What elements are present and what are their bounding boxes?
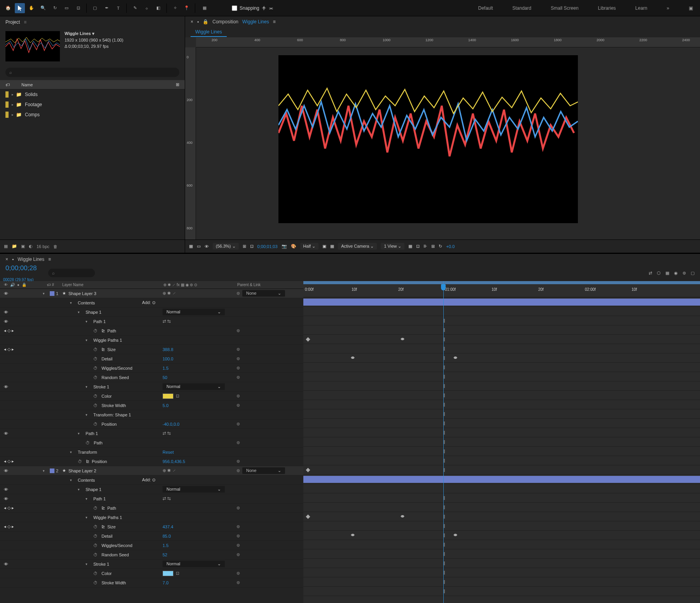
frame-blend-icon[interactable]: ▦ bbox=[665, 271, 669, 276]
prop-path[interactable]: ◂ ◇ ▸⏱⊵ Path⊚ bbox=[0, 326, 303, 336]
prop-shape[interactable]: 👁▾Shape 1Normal⌄ bbox=[0, 308, 303, 317]
adjust-icon[interactable]: ◐ bbox=[29, 244, 33, 249]
bpc-label[interactable]: 16 bpc bbox=[37, 244, 49, 249]
keyframe[interactable] bbox=[306, 468, 310, 472]
parent-dropdown[interactable]: None⌄ bbox=[242, 290, 285, 297]
graph-icon[interactable]: ⊵ bbox=[102, 347, 105, 352]
view-opt-icon[interactable]: ▦ bbox=[408, 244, 412, 249]
blend-dropdown[interactable]: Normal⌄ bbox=[163, 561, 225, 567]
view-dropdown[interactable]: 1 View ⌄ bbox=[381, 243, 404, 250]
prop-wiggle[interactable]: ▾Wiggle Paths 1 bbox=[0, 336, 303, 345]
path-ops-icon[interactable]: ⇄ ⇆ bbox=[163, 319, 171, 324]
playhead[interactable] bbox=[443, 281, 444, 603]
stopwatch-icon[interactable]: ⏱ bbox=[86, 440, 90, 445]
graph-icon[interactable]: ⊚ bbox=[682, 271, 686, 276]
layer-icon[interactable]: ▢ bbox=[691, 271, 695, 276]
roto-tool-icon[interactable]: ✧ bbox=[170, 3, 180, 13]
trash-icon[interactable]: 🗑 bbox=[53, 244, 58, 249]
prop-size[interactable]: ◂ ◇ ▸⏱⊵ Size437.4⊚ bbox=[0, 522, 303, 531]
pickwhip-icon[interactable]: ⊚ bbox=[236, 403, 240, 408]
close-icon[interactable]: × bbox=[5, 257, 8, 262]
blend-dropdown[interactable]: Normal⌄ bbox=[163, 309, 225, 315]
stopwatch-icon[interactable]: ⏱ bbox=[78, 459, 82, 464]
hand-tool-icon[interactable]: ✋ bbox=[26, 3, 37, 13]
eye-icon[interactable]: 👁 bbox=[4, 562, 8, 566]
stopwatch-icon[interactable]: ⏱ bbox=[93, 552, 98, 557]
pickwhip-icon[interactable]: ⊚ bbox=[236, 393, 240, 399]
stopwatch-icon[interactable]: ⏱ bbox=[93, 422, 98, 426]
prop-seed[interactable]: ⏱Random Seed50⊚ bbox=[0, 373, 303, 382]
stopwatch-icon[interactable]: ⏱ bbox=[93, 506, 98, 510]
pickwhip-icon[interactable]: ⊚ bbox=[236, 421, 240, 426]
close-tab-icon[interactable]: × bbox=[191, 19, 193, 24]
pickwhip-icon[interactable]: ⊚ bbox=[236, 571, 240, 576]
pickwhip-icon[interactable]: ⊚ bbox=[236, 468, 240, 473]
prop-detail[interactable]: ⏱Detail100.0⊚ bbox=[0, 354, 303, 364]
stopwatch-icon[interactable]: ⏱ bbox=[93, 403, 98, 408]
track-area[interactable]: 0:00f 10f 20f 01:00f 10f 20f 02:00f 10f bbox=[303, 281, 700, 603]
project-search[interactable]: ⌕ bbox=[5, 68, 179, 77]
viewer[interactable]: 2004006008001000120014001600180020002200… bbox=[185, 37, 700, 239]
stopwatch-icon[interactable]: ⏱ bbox=[93, 524, 98, 529]
prop-wps[interactable]: ⏱Wiggles/Second1.5⊚ bbox=[0, 541, 303, 550]
keyframe[interactable] bbox=[401, 515, 404, 517]
pickwhip-icon[interactable]: ⊚ bbox=[236, 440, 240, 445]
snap-opts-icon[interactable]: ⫘ bbox=[269, 5, 273, 11]
graph-icon[interactable]: ⊵ bbox=[102, 505, 105, 510]
stopwatch-icon[interactable]: ⏱ bbox=[93, 580, 98, 585]
pickwhip-icon[interactable]: ⊚ bbox=[236, 505, 240, 510]
comp-header-name[interactable]: Wiggle Lines bbox=[242, 19, 269, 24]
keyframe[interactable] bbox=[351, 534, 355, 536]
pickwhip-icon[interactable]: ⊚ bbox=[236, 365, 240, 371]
canvas[interactable] bbox=[278, 55, 578, 223]
pickwhip-icon[interactable]: ⊚ bbox=[236, 543, 240, 548]
track-bar[interactable] bbox=[303, 297, 700, 307]
pickwhip-icon[interactable]: ⊚ bbox=[236, 524, 240, 529]
prop-color[interactable]: ⏱Color ⊡⊚ bbox=[0, 392, 303, 401]
panel-menu-icon[interactable]: ≡ bbox=[24, 19, 26, 25]
text-tool-icon[interactable]: T bbox=[113, 3, 123, 13]
workspace-default[interactable]: Default bbox=[474, 4, 497, 12]
prop-detail[interactable]: ⏱Detail85.0⊚ bbox=[0, 531, 303, 541]
stopwatch-icon[interactable]: ⏱ bbox=[93, 543, 98, 548]
workspace-overflow-icon[interactable]: » bbox=[663, 4, 673, 12]
layer-row[interactable]: 👁 ▾1 ★Shape Layer 3 ⊕ ✱ ⟋ ⊚None⌄ bbox=[0, 289, 303, 298]
roi-icon[interactable]: ▣ bbox=[322, 244, 326, 249]
orbit-tool-icon[interactable]: ↻ bbox=[50, 3, 60, 13]
prop-wiggle[interactable]: ▾Wiggle Paths 1 bbox=[0, 513, 303, 522]
comp-mini-icon[interactable]: ⇄ bbox=[649, 271, 652, 276]
graph-icon[interactable]: ⊵ bbox=[102, 524, 105, 529]
eye-icon[interactable]: 👁 bbox=[4, 385, 8, 389]
stopwatch-icon[interactable]: ⏱ bbox=[93, 534, 98, 538]
timeline-search[interactable]: ⌕ bbox=[48, 269, 95, 277]
color-swatch[interactable] bbox=[163, 393, 173, 399]
eraser-tool-icon[interactable]: ◧ bbox=[153, 3, 163, 13]
fill-swatch-icon[interactable]: ▦ bbox=[198, 3, 211, 13]
stopwatch-icon[interactable]: ⏱ bbox=[93, 366, 98, 371]
new-folder-icon[interactable]: 📁 bbox=[12, 244, 17, 249]
prop-transform[interactable]: ▾TransformReset bbox=[0, 447, 303, 457]
current-time[interactable]: 0;00;00;28 bbox=[5, 264, 37, 272]
stopwatch-icon[interactable]: ⏱ bbox=[93, 571, 98, 576]
eye-icon[interactable]: 👁 bbox=[4, 291, 8, 296]
prop-tposition[interactable]: ◂ ◇ ▸⏱⊵ Position956.0,436.5⊚ bbox=[0, 457, 303, 466]
keyframe[interactable] bbox=[306, 337, 310, 341]
mask-icon[interactable]: 👁 bbox=[205, 244, 209, 249]
camera-dropdown[interactable]: Active Camera ⌄ bbox=[338, 243, 377, 250]
draft3d-icon[interactable]: ⬡ bbox=[657, 271, 661, 276]
prop-size[interactable]: ◂ ◇ ▸⏱⊵ Size388.8⊚ bbox=[0, 345, 303, 354]
prop-contents[interactable]: ▾ContentsAdd: ⊙ bbox=[0, 475, 303, 485]
blend-dropdown[interactable]: Normal⌄ bbox=[163, 383, 225, 390]
pan-behind-tool-icon[interactable]: ⊡ bbox=[73, 3, 83, 13]
folder-footage[interactable]: ▸📁Footage bbox=[0, 100, 185, 110]
keyframe[interactable] bbox=[306, 514, 310, 519]
keyframe[interactable] bbox=[453, 534, 457, 536]
new-comp-icon[interactable]: ▣ bbox=[21, 244, 25, 249]
prop-color[interactable]: ⏱Color ⊡⊚ bbox=[0, 569, 303, 578]
parent-dropdown[interactable]: None⌄ bbox=[242, 467, 285, 474]
add-icon[interactable]: ⊙ bbox=[152, 300, 156, 305]
comp-tab[interactable]: Wiggle Lines bbox=[191, 28, 227, 37]
graph-icon[interactable]: ⊵ bbox=[102, 328, 105, 333]
snap-icon[interactable]: ⸎ bbox=[262, 5, 266, 11]
path-ops-icon[interactable]: ⇄ ⇆ bbox=[163, 496, 171, 501]
